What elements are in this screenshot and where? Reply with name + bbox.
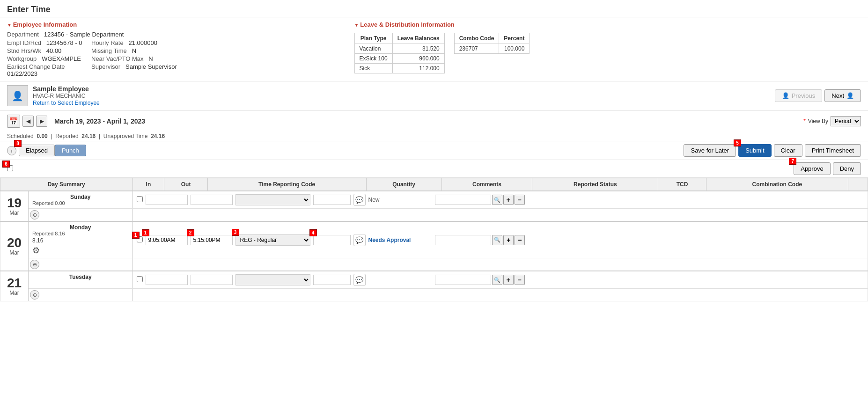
print-timesheet-button[interactable]: Print Timesheet — [805, 144, 861, 157]
prev-period-arrow[interactable]: ◀ — [22, 116, 34, 127]
combo-row: 236707100.000 — [454, 44, 530, 54]
qty-input-2[interactable] — [313, 275, 351, 285]
employee-name: Sample Employee — [33, 85, 775, 93]
day-header-row: 20 Mar Monday Reported 8.16 8.16 ⚙ 1 1 2 — [0, 221, 868, 258]
remove-row-1[interactable]: − — [515, 235, 525, 245]
leave-balance: 112.000 — [392, 64, 444, 73]
combo-col2: Percent — [499, 33, 530, 44]
trc-select-1[interactable]: REG - RegularOVT - OvertimeHOL - Holiday… — [235, 234, 310, 246]
trc-select-2[interactable]: REG - RegularOVT - OvertimeHOL - Holiday… — [235, 274, 310, 285]
row-checkbox-2[interactable] — [137, 276, 143, 282]
combo-search-1[interactable]: 🔍 — [492, 235, 502, 245]
empl-id-value: 12345678 - 0 — [46, 39, 82, 46]
day-header-row: 19 Mar Sunday Reported 0.00 — [0, 191, 868, 209]
out-time-input-0[interactable] — [191, 195, 233, 205]
calendar-icon[interactable]: 📅 — [7, 115, 20, 128]
remove-row-2[interactable]: − — [515, 275, 525, 285]
employee-section-header[interactable]: Employee Information — [7, 21, 345, 28]
add-row-2[interactable]: + — [503, 275, 514, 285]
earliest-change-value: 01/22/2023 — [7, 70, 37, 77]
in-time-input-1[interactable] — [146, 235, 188, 245]
workgroup-value: WGEXAMPLE — [42, 55, 81, 62]
leave-plan-type: Vacation — [354, 44, 392, 54]
day-number: 21 — [4, 277, 24, 290]
unapproved-value: 24.16 — [151, 133, 165, 139]
supervisor-value: Sample Supervisor — [125, 63, 177, 70]
in-time-input-2[interactable] — [146, 275, 188, 285]
leave-table: Plan Type Leave Balances Vacation31.520E… — [354, 33, 445, 73]
expand-row: ⊕ — [0, 209, 868, 222]
out-time-input-2[interactable] — [191, 275, 233, 285]
punch-tab[interactable]: Punch — [55, 145, 86, 156]
out-time-input-1[interactable] — [191, 235, 233, 245]
leave-balance: 31.520 — [392, 44, 444, 54]
badge-7: 7 — [789, 158, 796, 165]
stnd-hrs-label: Stnd Hrs/Wk — [7, 47, 41, 54]
timesheet-table: Day Summary In Out Time Reporting Code Q… — [0, 178, 868, 301]
day-reported: Reported 0.00 — [32, 200, 129, 206]
badge-8: 8 — [14, 140, 22, 147]
combo-search-0[interactable]: 🔍 — [492, 195, 502, 205]
day-reported: Reported 8.16 — [32, 231, 129, 236]
expand-icon-0[interactable]: ⊕ — [30, 210, 39, 219]
deny-button[interactable]: Deny — [833, 162, 861, 175]
expand-icon-1[interactable]: ⊕ — [30, 260, 39, 269]
gear-icon[interactable]: ⚙ — [32, 245, 129, 256]
comment-button-1[interactable]: 💬 — [353, 234, 366, 246]
day-number: 19 — [4, 197, 24, 210]
col-day-summary: Day Summary — [0, 178, 133, 191]
combo-input-2[interactable] — [435, 275, 491, 285]
clear-button[interactable]: Clear — [774, 144, 802, 157]
col-out: Out — [164, 178, 207, 191]
return-to-select-employee-link[interactable]: Return to Select Employee — [33, 100, 100, 106]
unapproved-label: Unapproved Time — [103, 133, 148, 139]
day-number: 20 — [4, 236, 24, 249]
approve-button[interactable]: Approve — [794, 162, 830, 175]
comment-button-2[interactable]: 💬 — [353, 274, 366, 286]
view-by-label: View By — [808, 118, 828, 124]
row-checkbox-0[interactable] — [137, 196, 143, 202]
col-quantity: Quantity — [366, 178, 441, 191]
period-title: March 19, 2023 - April 1, 2023 — [54, 117, 145, 125]
dept-value: 123456 - Sample Department — [44, 31, 124, 38]
combo-search-2[interactable]: 🔍 — [492, 275, 502, 285]
next-period-arrow[interactable]: ▶ — [36, 116, 47, 127]
employee-title: HVAC-R MECHANIC — [33, 93, 775, 99]
qty-input-0[interactable] — [313, 195, 351, 205]
badge-trc-3: 3 — [232, 229, 239, 236]
add-row-0[interactable]: + — [503, 195, 514, 205]
info-icon[interactable]: i — [7, 146, 16, 155]
leave-section-header[interactable]: Leave & Distribution Information — [354, 21, 861, 28]
combo-table: Combo Code Percent 236707100.000 — [454, 33, 530, 54]
qty-input-1[interactable] — [313, 235, 351, 245]
leave-plan-type: ExSick 100 — [354, 54, 392, 64]
page-title: Enter Time — [0, 0, 868, 17]
combo-input-1[interactable] — [435, 235, 491, 245]
add-row-1[interactable]: + — [503, 235, 514, 245]
person-left-icon: 👤 — [782, 92, 789, 99]
badge-out-2: 2 — [187, 229, 194, 236]
combo-code-val: 236707 — [454, 44, 499, 54]
leave-row: Sick112.000 — [354, 64, 444, 73]
remove-row-0[interactable]: − — [515, 195, 525, 205]
submit-button[interactable]: Submit — [738, 144, 771, 157]
save-for-later-button[interactable]: Save for Later — [684, 144, 736, 157]
day-month: Mar — [4, 249, 24, 256]
expand-icon-2[interactable]: ⊕ — [30, 290, 39, 300]
leave-row: ExSick 100960.000 — [354, 54, 444, 64]
expand-row: ⊕ — [0, 258, 868, 271]
next-button[interactable]: Next 👤 — [824, 89, 861, 102]
trc-select-0[interactable]: REG - RegularOVT - OvertimeHOL - Holiday… — [235, 194, 310, 205]
day-month: Mar — [4, 290, 24, 296]
day-name: Sunday — [32, 194, 129, 200]
comment-button-0[interactable]: 💬 — [353, 194, 366, 206]
combo-input-0[interactable] — [435, 195, 491, 205]
earliest-change-label: Earliest Change Date — [7, 63, 65, 70]
hourly-rate-label: Hourly Rate — [91, 39, 124, 46]
view-by-select[interactable]: Period — [831, 116, 861, 126]
elapsed-tab[interactable]: Elapsed — [19, 145, 55, 156]
previous-button[interactable]: 👤 Previous — [775, 89, 823, 102]
in-time-input-0[interactable] — [146, 195, 188, 205]
badge-1: 1 — [132, 232, 140, 239]
leave-plan-type: Sick — [354, 64, 392, 73]
